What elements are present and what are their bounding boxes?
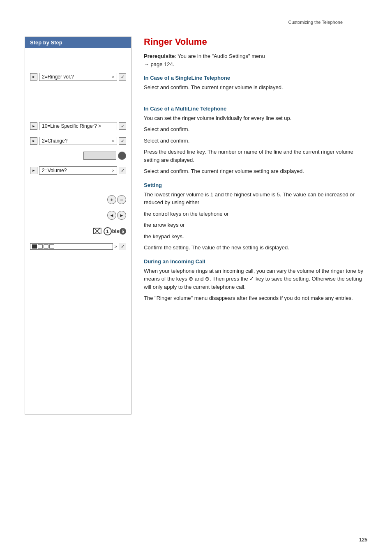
line-specific-label: 10=Line Specific Ringer? > xyxy=(42,123,101,129)
select-confirm-2: Select and confirm. xyxy=(144,137,367,145)
single-line-title: In Case of a SingleLine Telephone xyxy=(144,75,367,81)
incoming-call-title: During an Incoming Call xyxy=(144,258,367,265)
left-column: Step by Step ► 2=Ringer vol.? > ✓ ► xyxy=(25,29,131,415)
section-title: Ringer Volume xyxy=(144,37,367,47)
keypad-keys-text: the keypad keys. xyxy=(144,233,367,241)
play-btn-1[interactable]: ► xyxy=(30,73,37,81)
line-key-circle[interactable] xyxy=(118,152,126,160)
ringer-vol-row: ► 2=Ringer vol.? > ✓ xyxy=(30,73,126,81)
volume-row: ► 2=Volume? > ✓ xyxy=(30,166,126,175)
page-footer: 125 xyxy=(359,537,367,543)
main-content: Step by Step ► 2=Ringer vol.? > ✓ ► xyxy=(25,29,367,415)
line-specific-box[interactable]: 10=Line Specific Ringer? > xyxy=(39,122,117,130)
control-keys-row: + − xyxy=(30,195,126,204)
multi-line-text: You can set the ringer volume individual… xyxy=(144,114,367,122)
plus-key[interactable]: + xyxy=(107,195,116,204)
keypad-circle-1[interactable]: 1 xyxy=(104,227,112,235)
change-label: 2=Change? xyxy=(42,138,67,144)
keypad-grid-icon: ⌧ xyxy=(92,226,102,236)
arrow-keys-row: ◄ ► xyxy=(30,211,126,220)
change-row: ► 2=Change? > ✓ xyxy=(30,137,126,145)
multi-line-title: In Case of a MultiLine Telephone xyxy=(144,106,367,112)
step-by-step-box: Step by Step ► 2=Ringer vol.? > ✓ ► xyxy=(25,37,131,415)
setting-text: The lowest ringer volume is 1 and the hi… xyxy=(144,191,367,207)
keypad-num-5[interactable]: 5 xyxy=(120,228,126,235)
confirm-setting-text: Confirm the setting. The value of the ne… xyxy=(144,244,367,252)
minus-key[interactable]: − xyxy=(117,195,126,204)
volume-box[interactable]: 2=Volume? > xyxy=(39,166,117,175)
keypad-badge: 1 bis 5 xyxy=(104,227,126,235)
check-box-3[interactable]: ✓ xyxy=(119,137,126,145)
check-box-5[interactable]: ✓ xyxy=(119,243,126,250)
arrow-right-key[interactable]: ► xyxy=(117,211,126,220)
arrow-right-1: > xyxy=(112,74,114,79)
check-box-2[interactable]: ✓ xyxy=(119,122,126,130)
single-line-text: Select and confirm. The current ringer v… xyxy=(144,83,367,92)
control-keys-text: the control keys on the telephone or xyxy=(144,210,367,218)
keypad-row: ⌧ 1 bis 5 xyxy=(30,226,126,236)
check-box-4[interactable]: ✓ xyxy=(119,167,126,174)
prerequisite-block: Prerequisite: You are in the "Audio Sett… xyxy=(144,52,367,68)
line-key-text: Press the desired line key. The number o… xyxy=(144,148,367,164)
bis-label: bis xyxy=(112,228,119,234)
progress-box[interactable] xyxy=(30,243,113,250)
select-confirm-1: Select and confirm. xyxy=(144,125,367,134)
line-key-box[interactable] xyxy=(83,152,116,160)
ringer-vol-label: 2=Ringer vol.? xyxy=(42,74,74,80)
play-btn-4[interactable]: ► xyxy=(30,167,37,174)
arrow-left-key[interactable]: ◄ xyxy=(107,211,116,220)
progress-row: > ✓ xyxy=(30,243,126,250)
play-btn-3[interactable]: ► xyxy=(30,137,37,145)
page-number: 125 xyxy=(359,537,367,543)
select-confirm-3: Select and confirm. The current ringer v… xyxy=(144,167,367,175)
right-column: Ringer Volume Prerequisite: You are in t… xyxy=(131,29,367,415)
arrow-right-3: > xyxy=(112,168,114,173)
change-box[interactable]: 2=Change? > xyxy=(39,137,117,145)
progress-empty-1 xyxy=(38,244,43,249)
progress-filled xyxy=(32,244,37,249)
setting-title: Setting xyxy=(144,182,367,188)
play-btn-2[interactable]: ► xyxy=(30,122,37,130)
arrow-keys-text: the arrow keys or xyxy=(144,221,367,229)
step-by-step-body: ► 2=Ringer vol.? > ✓ ► 10=Line Specific … xyxy=(25,48,131,257)
incoming-call-text1: When your telephone rings at an incoming… xyxy=(144,267,367,291)
incoming-call-text2: The "Ringer volume" menu disappears afte… xyxy=(144,294,367,302)
arrow-right-2: > xyxy=(112,138,114,143)
ringer-vol-box[interactable]: 2=Ringer vol.? > xyxy=(39,73,117,81)
line-key-row xyxy=(30,152,126,160)
prerequisite-label: Prerequisite xyxy=(144,53,175,59)
progress-empty-3 xyxy=(49,244,54,249)
progress-arrow: > xyxy=(115,244,117,249)
volume-label: 2=Volume? xyxy=(42,168,67,173)
prerequisite-page: → page 124. xyxy=(144,61,174,67)
progress-empty-2 xyxy=(44,244,48,249)
page-header: Customizing the Telephone xyxy=(25,0,367,29)
check-box-1[interactable]: ✓ xyxy=(119,73,126,81)
step-by-step-header: Step by Step xyxy=(25,37,131,48)
step-by-step-label: Step by Step xyxy=(30,39,62,46)
line-specific-row: ► 10=Line Specific Ringer? > ✓ xyxy=(30,122,126,130)
header-title: Customizing the Telephone xyxy=(288,20,343,25)
prerequisite-text: : You are in the "Audio Settings" menu xyxy=(175,53,265,59)
